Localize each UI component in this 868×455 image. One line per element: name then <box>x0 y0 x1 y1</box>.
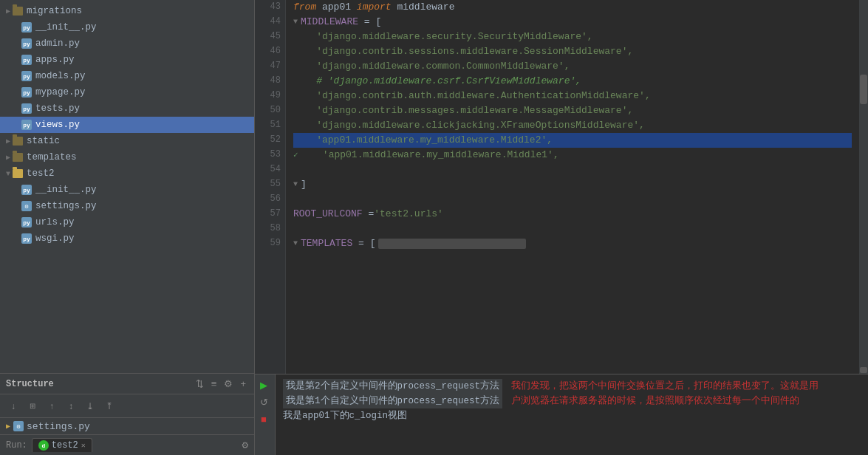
folder-icon <box>12 135 24 147</box>
py-file-icon: py <box>21 119 33 131</box>
sidebar-item-test2[interactable]: ▼ test2 <box>0 165 254 182</box>
sidebar-item-label: test2 <box>27 168 55 179</box>
editor-vscroll[interactable] <box>859 0 868 374</box>
structure-sort-btn[interactable]: ⇅ <box>194 377 206 390</box>
output-text-left-3: 我是app01下的c_login视图 <box>283 411 407 421</box>
code-line-44: ▼ MIDDLEWARE = [ <box>293 15 852 30</box>
code-string: 'django.middleware.security.SecurityMidd… <box>293 30 593 44</box>
code-string: 'django.middleware.common.CommonMiddlewa… <box>293 59 570 74</box>
code-content[interactable]: from app01 import middleware ▼ MIDDLEWAR… <box>286 0 859 374</box>
py-file-icon: py <box>21 21 33 33</box>
code-string: 'test2.urls' <box>374 207 443 222</box>
fold-icon: ▼ <box>293 179 298 190</box>
line-num-48: 48 <box>259 74 281 89</box>
structure-add-btn[interactable]: + <box>238 377 248 390</box>
output-line-3: 我是app01下的c_login视图 <box>283 408 861 423</box>
folder-open-icon <box>12 168 24 179</box>
py-file-icon: py <box>21 233 33 244</box>
sidebar-item-label: models.py <box>35 71 86 81</box>
py-file-icon: py <box>21 216 33 228</box>
settings-py-icon: ⚙ <box>13 421 24 431</box>
code-text: = [ <box>352 236 375 251</box>
struct-group-btn[interactable]: ⊞ <box>25 399 40 414</box>
code-text: ] <box>301 177 307 192</box>
struct-import-btn[interactable]: ⤒ <box>102 399 117 414</box>
line-num-59: 59 <box>259 236 281 251</box>
sidebar-item-static[interactable]: ▶ static <box>0 133 254 149</box>
stop-red-btn[interactable]: ■ <box>256 411 271 426</box>
code-line-54 <box>293 162 852 177</box>
sidebar-item-tests[interactable]: py tests.py <box>0 100 254 117</box>
sidebar-item-label: admin.py <box>35 38 80 49</box>
main-area: ▶ migrations py __init__.py py admin.py … <box>0 0 868 455</box>
editor-vscroll-thumb[interactable] <box>860 75 867 104</box>
code-line-48: # 'django.middleware.csrf.CsrfViewMiddle… <box>293 74 852 89</box>
sidebar-item-label: __init__.py <box>35 185 97 195</box>
line-num-43: 43 <box>259 0 281 15</box>
code-line-59: ▼ TEMPLATES = [ <box>293 236 852 251</box>
run-tab-close[interactable]: ✕ <box>81 441 86 450</box>
run-tab[interactable]: d test2 ✕ <box>32 438 92 452</box>
code-string: 'django.contrib.sessions.middleware.Sess… <box>293 44 633 59</box>
line-num-54: 54 <box>259 162 281 177</box>
sidebar-item-models[interactable]: py models.py <box>0 68 254 84</box>
line-num-47: 47 <box>259 59 281 74</box>
line-num-44: 44 <box>259 15 281 30</box>
sidebar-item-templates[interactable]: ▶ templates <box>0 149 254 165</box>
folder-icon <box>12 151 24 163</box>
structure-header: Structure ⇅ ≡ ⚙ + <box>0 374 254 394</box>
sidebar-item-label: migrations <box>27 6 82 16</box>
keyword-var: ROOT_URLCONF <box>293 207 363 222</box>
code-line-57: ROOT_URLCONF = 'test2.urls' <box>293 207 852 222</box>
structure-list-btn[interactable]: ≡ <box>209 377 219 390</box>
bottom-panel: ▶ ↺ ■ 我是第2个自定义中间件的process_request方法 我们发现… <box>255 374 868 455</box>
line-num-57: 57 <box>259 207 281 222</box>
code-line-46: 'django.contrib.sessions.middleware.Sess… <box>293 44 852 59</box>
struct-up-btn[interactable]: ↑ <box>44 399 59 414</box>
sidebar-item-admin[interactable]: py admin.py <box>0 35 254 52</box>
sidebar-item-test2-urls[interactable]: py urls.py <box>0 214 254 230</box>
check-icon: ✓ <box>293 149 298 162</box>
sidebar-item-views[interactable]: py views.py <box>0 117 254 133</box>
sidebar-item-init[interactable]: py __init__.py <box>0 19 254 35</box>
code-line-49: 'django.contrib.auth.middleware.Authenti… <box>293 89 852 103</box>
sidebar-item-apps[interactable]: py apps.py <box>0 52 254 68</box>
run-tab-name: test2 <box>52 440 78 451</box>
sidebar-item-test2-init[interactable]: py __init__.py <box>0 182 254 198</box>
run-label: Run: <box>6 440 27 451</box>
sidebar-item-label: mypage.py <box>35 87 86 98</box>
output-text-right-1: 我们发现，把这两个中间件交换位置之后，打印的结果也变了。这就是用 <box>508 381 821 391</box>
line-num-55: 55 <box>259 177 281 192</box>
struct-export-btn[interactable]: ⤓ <box>83 399 98 414</box>
sidebar-item-test2-wsgi[interactable]: py wsgi.py <box>0 230 254 247</box>
structure-settings-item[interactable]: ▶ ⚙ settings.py <box>0 418 254 434</box>
struct-expand-btn[interactable]: ↕ <box>64 399 78 414</box>
code-line-51: 'django.middleware.clickjacking.XFrameOp… <box>293 118 852 133</box>
code-line-53: ✓ 'app01.middleware.my_middleware.Middle… <box>293 148 852 162</box>
settings-arrow-icon: ▶ <box>6 422 10 431</box>
sidebar-item-test2-settings[interactable]: ⚙ settings.py <box>0 198 254 214</box>
folder-icon <box>12 5 24 17</box>
arrow-down-icon: ▼ <box>6 170 10 178</box>
arrow-icon: ▶ <box>6 137 10 146</box>
structure-title: Structure <box>6 379 54 389</box>
line-num-56: 56 <box>259 192 281 207</box>
structure-settings-btn[interactable]: ⚙ <box>222 377 235 390</box>
hscroll-thumb[interactable] <box>860 367 867 373</box>
reload-btn[interactable]: ↺ <box>256 394 271 409</box>
sidebar-item-mypage[interactable]: py mypage.py <box>0 84 254 100</box>
line-num-53: 53 <box>259 148 281 162</box>
run-gear-icon[interactable]: ⚙ <box>242 439 248 451</box>
code-string: 'app01.middleware.my_middleware.Middle2'… <box>293 133 553 148</box>
struct-sort-alpha-btn[interactable]: ↓ <box>6 399 21 414</box>
py-file-icon: py <box>21 103 33 114</box>
output-text-left-1: 我是第2个自定义中间件的process_request方法 <box>283 379 502 394</box>
code-line-45: 'django.middleware.security.SecurityMidd… <box>293 30 852 44</box>
bottom-left-actions: ▶ ↺ ■ <box>255 374 276 455</box>
code-text: middleware <box>392 0 455 15</box>
code-line-43: from app01 import middleware <box>293 0 852 15</box>
run-green-btn[interactable]: ▶ <box>256 377 271 392</box>
code-line-55: ▼ ] <box>293 177 852 192</box>
sidebar-item-migrations[interactable]: ▶ migrations <box>0 3 254 19</box>
fold-icon: ▼ <box>293 16 298 27</box>
